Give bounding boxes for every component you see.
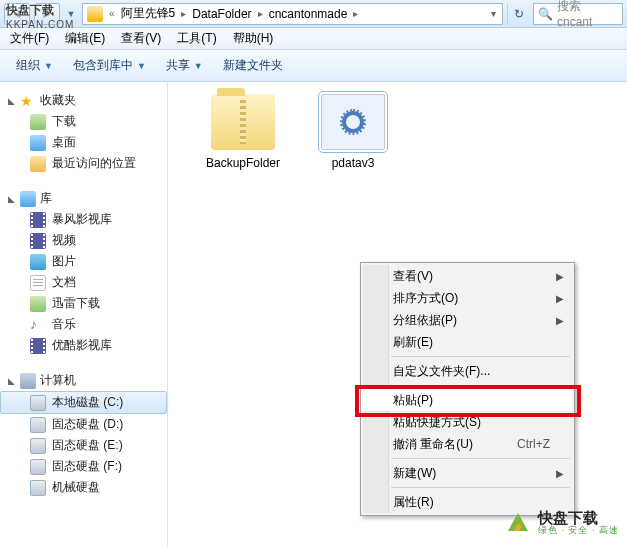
drive-icon: [30, 438, 46, 454]
sidebar-item-drive-c[interactable]: 本地磁盘 (C:): [0, 391, 167, 414]
zip-folder-icon: [211, 94, 275, 150]
separator: [391, 385, 570, 386]
submenu-arrow-icon: ▶: [556, 315, 564, 326]
sidebar-item-drive-e[interactable]: 固态硬盘 (E:): [0, 435, 167, 456]
breadcrumb[interactable]: « 阿里先锋5 ▸ DataFolder ▸ cncantonmade ▸ ▾: [82, 3, 503, 25]
sidebar-item-drive-d[interactable]: 固态硬盘 (D:): [0, 414, 167, 435]
document-icon: [30, 275, 46, 291]
sidebar-item-baofeng[interactable]: 暴风影视库: [0, 209, 167, 230]
search-icon: 🔍: [538, 7, 553, 21]
ctx-properties[interactable]: 属性(R): [363, 491, 572, 513]
ctx-sort[interactable]: 排序方式(O)▶: [363, 287, 572, 309]
sidebar-item-xunlei[interactable]: 迅雷下载: [0, 293, 167, 314]
breadcrumb-seg[interactable]: cncantonmade: [265, 7, 352, 21]
desktop-icon: [30, 135, 46, 151]
gear-icon: [342, 111, 364, 133]
submenu-arrow-icon: ▶: [556, 271, 564, 282]
drive-icon: [30, 395, 46, 411]
breadcrumb-dropdown[interactable]: ▾: [489, 8, 498, 19]
chevron-down-icon: ▼: [194, 61, 203, 71]
breadcrumb-seg[interactable]: DataFolder: [188, 7, 255, 21]
separator: [391, 487, 570, 488]
ctx-view[interactable]: 查看(V)▶: [363, 265, 572, 287]
config-file-icon: [321, 94, 385, 150]
menu-help[interactable]: 帮助(H): [225, 28, 282, 49]
file-label: pdatav3: [308, 156, 398, 170]
menu-file[interactable]: 文件(F): [2, 28, 57, 49]
nav-forward-button[interactable]: ►: [34, 3, 60, 25]
ctx-paste-shortcut[interactable]: 粘贴快捷方式(S): [363, 411, 572, 433]
chevron-down-icon: ▼: [44, 61, 53, 71]
separator: [391, 458, 570, 459]
music-icon: ♪: [30, 317, 46, 333]
file-item-folder[interactable]: BackupFolder: [198, 94, 288, 170]
chevron-right-icon[interactable]: ▸: [351, 8, 360, 19]
address-bar-row: ◄ ► ▼ « 阿里先锋5 ▸ DataFolder ▸ cncantonmad…: [0, 0, 627, 28]
computer-icon: [20, 373, 36, 389]
ctx-paste[interactable]: 粘贴(P): [363, 389, 572, 411]
recent-icon: [30, 156, 46, 172]
sidebar-item-documents[interactable]: 文档: [0, 272, 167, 293]
chevron-icon[interactable]: «: [107, 8, 117, 19]
sidebar-item-desktop[interactable]: 桌面: [0, 132, 167, 153]
ctx-refresh[interactable]: 刷新(E): [363, 331, 572, 353]
sidebar-item-recent[interactable]: 最近访问的位置: [0, 153, 167, 174]
sidebar-item-youku[interactable]: 优酷影视库: [0, 335, 167, 356]
drive-icon: [30, 417, 46, 433]
video-icon: [30, 233, 46, 249]
drive-icon: [30, 480, 46, 496]
favorites-group[interactable]: ◣★收藏夹: [0, 90, 167, 111]
library-icon: [20, 191, 36, 207]
folder-icon: [87, 6, 103, 22]
sidebar-item-drive-f[interactable]: 固态硬盘 (F:): [0, 456, 167, 477]
menu-edit[interactable]: 编辑(E): [57, 28, 113, 49]
nav-back-button[interactable]: ◄: [4, 3, 30, 25]
download-icon: [30, 296, 46, 312]
search-placeholder: 搜索 cncant: [557, 0, 618, 29]
computer-group[interactable]: ◣计算机: [0, 370, 167, 391]
submenu-arrow-icon: ▶: [556, 293, 564, 304]
ctx-group[interactable]: 分组依据(P)▶: [363, 309, 572, 331]
ctx-undo[interactable]: 撤消 重命名(U)Ctrl+Z: [363, 433, 572, 455]
video-icon: [30, 212, 46, 228]
sidebar-item-drive-g[interactable]: 机械硬盘: [0, 477, 167, 498]
nav-history-dropdown[interactable]: ▼: [64, 3, 78, 25]
chevron-down-icon: ▼: [137, 61, 146, 71]
file-label: BackupFolder: [198, 156, 288, 170]
file-item-config[interactable]: pdatav3: [308, 94, 398, 170]
refresh-button[interactable]: ↻: [507, 3, 529, 25]
new-folder-button[interactable]: 新建文件夹: [215, 54, 291, 77]
drive-icon: [30, 459, 46, 475]
expand-icon: ◣: [6, 96, 16, 106]
chevron-right-icon[interactable]: ▸: [179, 8, 188, 19]
search-input[interactable]: 🔍 搜索 cncant: [533, 3, 623, 25]
separator: [391, 356, 570, 357]
sidebar-item-downloads[interactable]: 下载: [0, 111, 167, 132]
star-icon: ★: [20, 93, 36, 109]
share-button[interactable]: 共享▼: [158, 54, 211, 77]
sidebar-item-pictures[interactable]: 图片: [0, 251, 167, 272]
download-icon: [30, 114, 46, 130]
picture-icon: [30, 254, 46, 270]
navigation-pane: ◣★收藏夹 下载 桌面 最近访问的位置 ◣库 暴风影视库 视频 图片 文档 迅雷…: [0, 82, 168, 547]
menu-tools[interactable]: 工具(T): [169, 28, 224, 49]
include-in-library-button[interactable]: 包含到库中▼: [65, 54, 154, 77]
video-icon: [30, 338, 46, 354]
shortcut-label: Ctrl+Z: [517, 437, 550, 451]
chevron-right-icon[interactable]: ▸: [256, 8, 265, 19]
menu-view[interactable]: 查看(V): [113, 28, 169, 49]
ctx-customize[interactable]: 自定义文件夹(F)...: [363, 360, 572, 382]
breadcrumb-seg[interactable]: 阿里先锋5: [117, 5, 180, 22]
expand-icon: ◣: [6, 376, 16, 386]
libraries-group[interactable]: ◣库: [0, 188, 167, 209]
sidebar-item-videos[interactable]: 视频: [0, 230, 167, 251]
expand-icon: ◣: [6, 194, 16, 204]
organize-button[interactable]: 组织▼: [8, 54, 61, 77]
menu-bar: 文件(F) 编辑(E) 查看(V) 工具(T) 帮助(H): [0, 28, 627, 50]
toolbar: 组织▼ 包含到库中▼ 共享▼ 新建文件夹: [0, 50, 627, 82]
submenu-arrow-icon: ▶: [556, 468, 564, 479]
context-menu: 查看(V)▶ 排序方式(O)▶ 分组依据(P)▶ 刷新(E) 自定义文件夹(F)…: [360, 262, 575, 516]
ctx-new[interactable]: 新建(W)▶: [363, 462, 572, 484]
sidebar-item-music[interactable]: ♪音乐: [0, 314, 167, 335]
